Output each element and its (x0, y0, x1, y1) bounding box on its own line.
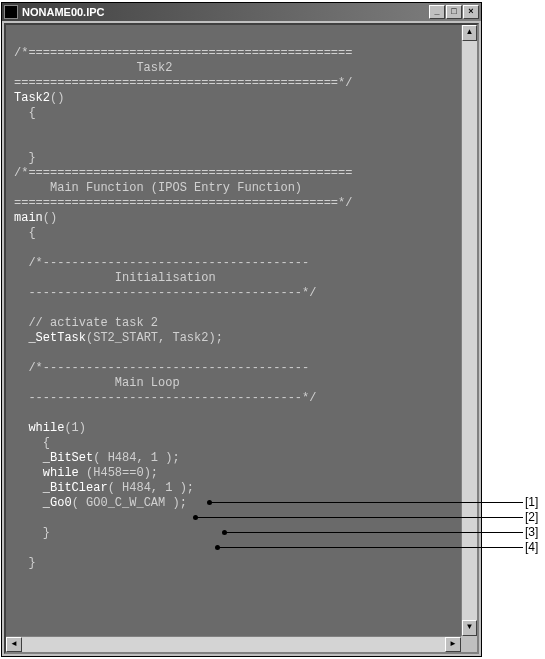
scroll-down-button[interactable]: ▼ (462, 620, 477, 636)
editor-window: NONAME00.IPC _ □ × /*===================… (1, 2, 482, 657)
scroll-right-button[interactable]: ► (445, 637, 461, 652)
vertical-scrollbar[interactable]: ▲ ▼ (461, 25, 477, 636)
code-editor[interactable]: /*======================================… (6, 25, 461, 636)
callout-1: [1] (525, 495, 538, 509)
vscroll-track[interactable] (462, 41, 477, 620)
horizontal-scrollbar[interactable]: ◄ ► (6, 636, 461, 652)
leader-line-3 (225, 532, 523, 533)
leader-line-1 (210, 502, 523, 503)
func-task2: Task2 (14, 91, 50, 105)
leader-line-4 (218, 547, 523, 548)
func-main: main (14, 211, 43, 225)
titlebar-buttons: _ □ × (429, 5, 479, 19)
callout-2: [2] (525, 510, 538, 524)
window-title: NONAME00.IPC (22, 6, 429, 18)
maximize-button[interactable]: □ (446, 5, 462, 19)
callout-3: [3] (525, 525, 538, 539)
minimize-button[interactable]: _ (429, 5, 445, 19)
app-icon (4, 5, 18, 19)
hscroll-track[interactable] (22, 637, 445, 652)
client-area: /*======================================… (4, 23, 479, 654)
callout-4: [4] (525, 540, 538, 554)
scroll-left-button[interactable]: ◄ (6, 637, 22, 652)
scroll-corner (461, 636, 477, 652)
close-button[interactable]: × (463, 5, 479, 19)
titlebar: NONAME00.IPC _ □ × (2, 3, 481, 21)
scroll-up-button[interactable]: ▲ (462, 25, 477, 41)
leader-line-2 (196, 517, 523, 518)
